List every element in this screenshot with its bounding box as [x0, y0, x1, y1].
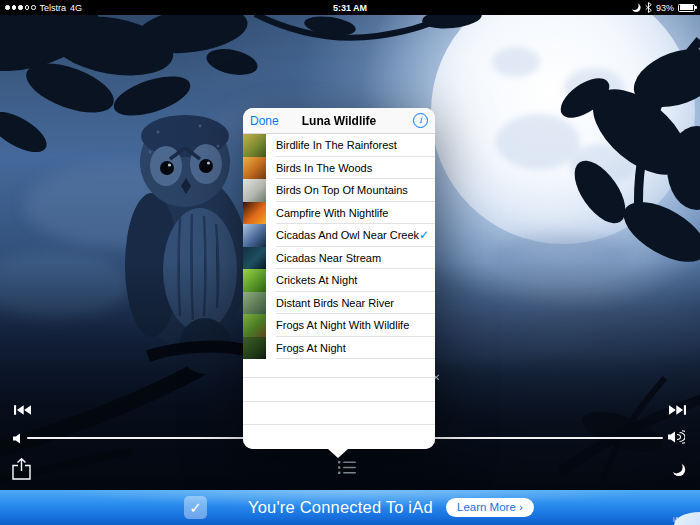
next-track-button[interactable]: [669, 404, 686, 416]
battery-icon: [678, 4, 695, 12]
track-thumbnail: [243, 247, 266, 270]
sleep-timer-button[interactable]: [671, 462, 686, 477]
empty-row: [243, 425, 435, 449]
track-label: Birds In The Woods: [276, 162, 372, 174]
track-thumbnail: [243, 337, 266, 360]
iad-banner[interactable]: ✓ You're Connected To iAd Learn More › i…: [0, 490, 700, 525]
banner-message: You're Connected To iAd: [248, 498, 433, 517]
track-label: Campfire With Nightlife: [276, 207, 388, 219]
banner-corner-curl: [674, 512, 700, 525]
track-thumbnail: [243, 202, 266, 225]
track-label: Distant Birds Near River: [276, 297, 394, 309]
track-row[interactable]: Frogs At Night With Wildlife: [243, 314, 435, 337]
track-thumbnail: [243, 224, 266, 247]
next-track-icon: [669, 404, 686, 416]
track-row[interactable]: Birds On Top Of Mountains: [243, 179, 435, 202]
track-thumbnail: [243, 314, 266, 337]
sleep-timer-moon-icon: [671, 462, 686, 477]
previous-track-button[interactable]: [14, 404, 31, 416]
checkbox-icon: ✓: [184, 496, 207, 519]
track-row[interactable]: Cicadas And Owl Near Creek✓: [243, 224, 435, 247]
track-row[interactable]: Cicadas Near Stream: [243, 247, 435, 270]
track-label: Cicadas And Owl Near Creek: [276, 229, 419, 241]
playlist-icon: [338, 461, 356, 474]
volume-min-icon: [13, 433, 22, 444]
track-row[interactable]: Birds In The Woods: [243, 157, 435, 180]
track-row[interactable]: Crickets At Night: [243, 269, 435, 292]
share-icon: [12, 458, 31, 480]
track-list-popover: Done Luna Wildlife i Birdlife In The Rai…: [243, 108, 435, 449]
track-row[interactable]: Frogs At Night: [243, 337, 435, 360]
track-thumbnail: [243, 269, 266, 292]
learn-more-button[interactable]: Learn More ›: [446, 498, 534, 517]
track-row[interactable]: Birdlife In The Rainforest: [243, 134, 435, 157]
track-thumbnail: [243, 179, 266, 202]
info-icon[interactable]: i: [413, 113, 428, 128]
status-bar: Telstra 4G 5:31 AM 93%: [0, 0, 700, 15]
track-label: Birdlife In The Rainforest: [276, 139, 397, 151]
checkmark-icon: ✓: [419, 228, 429, 242]
track-thumbnail: [243, 134, 266, 157]
done-button[interactable]: Done: [250, 114, 279, 128]
popover-header: Done Luna Wildlife i: [243, 108, 435, 134]
track-label: Crickets At Night: [276, 274, 357, 286]
share-button[interactable]: [12, 458, 31, 480]
empty-row: [243, 402, 435, 425]
clock-label: 5:31 AM: [0, 3, 700, 13]
track-thumbnail: [243, 292, 266, 315]
track-row[interactable]: Campfire With Nightlife: [243, 202, 435, 225]
volume-max-icon: [668, 430, 685, 444]
track-label: Frogs At Night: [276, 342, 346, 354]
track-label: Cicadas Near Stream: [276, 252, 381, 264]
playlist-button[interactable]: [338, 461, 356, 474]
track-row[interactable]: Distant Birds Near River: [243, 292, 435, 315]
track-thumbnail: [243, 157, 266, 180]
previous-track-icon: [14, 404, 31, 416]
track-label: Birds On Top Of Mountains: [276, 184, 408, 196]
empty-row: [243, 378, 435, 402]
empty-row: [243, 359, 435, 378]
track-label: Frogs At Night With Wildlife: [276, 319, 409, 331]
track-list: Birdlife In The RainforestBirds In The W…: [243, 134, 435, 449]
